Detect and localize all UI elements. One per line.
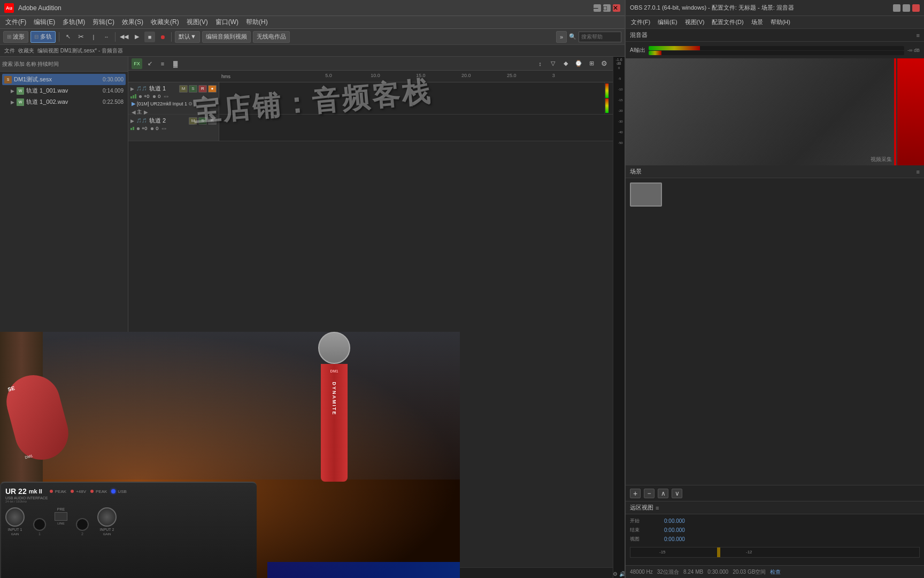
expand-btn[interactable]: » <box>556 31 567 43</box>
close-button[interactable]: ✕ <box>613 4 620 12</box>
menu-help[interactable]: 帮助(H) <box>243 17 271 28</box>
menu-favorites[interactable]: 收藏夹(R) <box>148 17 182 28</box>
ruler-mark-3: 15.0 <box>416 73 426 78</box>
obs-timeline-expand[interactable]: ≡ <box>656 505 659 511</box>
obs-start-time: 0:00.000 <box>664 518 707 524</box>
obs-view-label: 视图 <box>630 536 662 543</box>
obs-close-btn[interactable] <box>912 4 920 12</box>
file-duration-1: 0:30.000 <box>103 77 124 82</box>
obs-scene-thumb-1[interactable] <box>630 182 662 207</box>
file-duration-2: 0:14.009 <box>103 88 124 94</box>
edit-to-video-btn[interactable]: 编辑音频到视频 <box>202 31 251 43</box>
track-1-input-settings[interactable]: ⚙ <box>188 101 192 107</box>
obs-timeline: 远区视图 ≡ 开始 0:00.000 结束 0:00.000 视图 0:00.0… <box>626 501 924 565</box>
meter-bar-3 <box>135 94 136 98</box>
interface-content: UR 22 mk II PEAK +48V PEAK USB <box>1 483 257 540</box>
led-48v-label: +48V <box>76 489 86 494</box>
track-1-input-icon[interactable]: ▶ <box>132 101 136 107</box>
ruler-unit: hms <box>219 74 310 79</box>
select-tool[interactable]: ↖ <box>63 32 73 42</box>
obs-add-scene-btn[interactable]: + <box>630 489 641 498</box>
timeline-tool-2[interactable]: ≡ <box>157 58 168 69</box>
vu-peak-db: -1.6 dB <box>614 58 623 65</box>
track-1-expand[interactable]: ▶ <box>130 86 134 92</box>
track-1-arm[interactable]: R <box>198 85 207 93</box>
track-1-record[interactable]: ● <box>208 85 217 93</box>
track-2-solo[interactable]: S <box>198 117 207 125</box>
knob-line-label: LINE <box>57 522 64 525</box>
transport-rewind[interactable]: ◀◀ <box>119 32 129 42</box>
menu-view[interactable]: 视图(V) <box>183 17 211 28</box>
track-2-expand[interactable]: ▶ <box>130 118 134 124</box>
timeline-tool-1[interactable]: ↙ <box>144 58 155 69</box>
menu-edit[interactable]: 编辑(E) <box>30 17 58 28</box>
transport-play[interactable]: ▶ <box>132 32 142 42</box>
track-2-arm[interactable]: R <box>208 117 217 125</box>
track-1-mute[interactable]: M <box>179 85 188 93</box>
knob-pre-switch[interactable] <box>55 512 67 521</box>
timeline-tool-3[interactable]: ▓ <box>170 58 181 69</box>
menu-clip[interactable]: 剪辑(C) <box>89 17 118 28</box>
wireless-btn[interactable]: 无线电作品 <box>253 31 290 43</box>
search-input[interactable] <box>579 32 621 42</box>
obs-maximize-btn[interactable] <box>903 4 910 12</box>
add-marker-icon[interactable]: ▽ <box>548 58 558 69</box>
obs-menu-file[interactable]: 文件(F) <box>628 17 653 27</box>
obs-menu-help[interactable]: 帮助(H) <box>767 17 794 27</box>
default-workspace-btn[interactable]: 默认▼ <box>175 31 200 43</box>
slip-tool[interactable]: ↔ <box>101 32 112 42</box>
obs-remove-scene-btn[interactable]: − <box>644 489 654 498</box>
obs-audio-meter <box>649 46 904 50</box>
cut-tool[interactable]: ✂ <box>75 32 86 42</box>
audition-app-icon: Au <box>4 3 14 13</box>
obs-move-down-btn[interactable]: ∨ <box>672 489 682 498</box>
led-peak-label: PEAK <box>55 489 66 494</box>
mode-wave-button[interactable]: ⊞ 波形 <box>3 31 28 43</box>
audio-interface: UR 22 mk II PEAK +48V PEAK USB <box>0 482 257 578</box>
obs-minimize-btn[interactable] <box>893 4 900 12</box>
obs-mixer-expand[interactable]: ≡ <box>917 32 920 39</box>
menu-multitrack[interactable]: 多轨(M) <box>59 17 88 28</box>
menu-effects[interactable]: 效果(S) <box>119 17 147 28</box>
menu-file[interactable]: 文件(F) <box>2 17 29 28</box>
track-2-mute[interactable]: M <box>189 117 197 125</box>
obs-menu-profile[interactable]: 配置文件(D) <box>709 17 746 27</box>
menu-window[interactable]: 窗口(W) <box>212 17 242 28</box>
file-item-wav1[interactable]: ▶ W 轨道 1_001.wav 0:14.009 <box>9 85 126 96</box>
ruler-mark-1: 5.0 <box>325 73 332 78</box>
settings-icon[interactable]: ⚙ <box>599 58 610 69</box>
split-tool[interactable]: | <box>88 32 99 42</box>
vu-meter-panel: -1.6 dB 0 -5 -10 -15 -20 -30 -40 -50 <box>613 57 625 578</box>
wav-icon-1: W <box>17 87 24 95</box>
track-1-extra: «» <box>164 94 168 99</box>
transport-record[interactable]: ⏺ <box>157 32 168 42</box>
sync-icon[interactable]: ↕ <box>535 58 545 69</box>
obs-menu-edit[interactable]: 编辑(E) <box>654 17 681 27</box>
track-1-solo[interactable]: S <box>189 85 197 93</box>
obs-scenes-expand[interactable]: ≡ <box>917 169 920 175</box>
select-icon2[interactable]: ⊞ <box>586 58 597 69</box>
track-2-pan-icon: ⏺ <box>150 126 155 131</box>
maximize-button[interactable]: □ <box>603 4 611 12</box>
transport-stop[interactable]: ■ <box>144 32 155 42</box>
timeview-icon[interactable]: ⌚ <box>573 58 584 69</box>
obs-menu-view[interactable]: 视图(V) <box>682 17 708 27</box>
track-2-pan: 0 <box>156 126 158 131</box>
minimize-button[interactable]: ─ <box>594 4 601 12</box>
file-item-wav2[interactable]: ▶ W 轨道 1_002.wav 0:22.508 <box>9 96 126 108</box>
knob-pre-group: PRE LINE <box>55 507 67 536</box>
mic-capsule <box>318 332 350 364</box>
vu-bars <box>614 66 617 570</box>
knob-input1[interactable] <box>5 507 25 527</box>
knob-input2[interactable] <box>97 507 117 527</box>
obs-move-up-btn[interactable]: ∧ <box>658 489 668 498</box>
obs-menu-scene[interactable]: 场景 <box>748 17 766 27</box>
obs-status-check[interactable]: 检查 <box>770 568 781 576</box>
timeline-ruler: hms 5.0 10.0 15.0 20.0 25.0 3 <box>128 71 613 82</box>
vu-audio-icon[interactable]: 🔊 <box>619 571 625 577</box>
vu-settings-icon[interactable]: ⚙ <box>613 571 618 577</box>
fx-icon[interactable]: FX <box>132 58 142 69</box>
mode-multi-button[interactable]: ⊟ 多轨 <box>30 31 56 43</box>
file-item-session[interactable]: S DM1测试.sesx 0:30.000 <box>2 74 126 85</box>
keyframe-icon[interactable]: ◆ <box>560 58 571 69</box>
